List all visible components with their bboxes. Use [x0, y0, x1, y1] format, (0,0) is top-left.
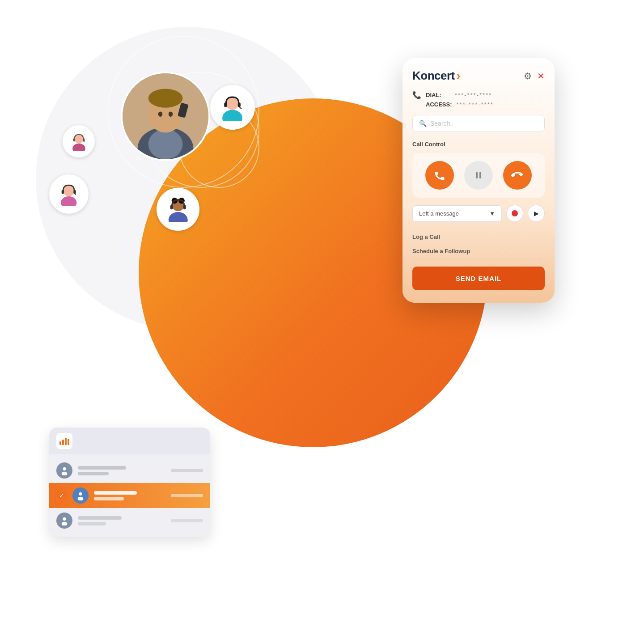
- dial-value: ***-***-****: [455, 92, 492, 98]
- list-item-selected[interactable]: ✓: [49, 483, 210, 508]
- play-button[interactable]: ▶: [528, 205, 545, 222]
- gear-icon[interactable]: ⚙: [524, 71, 532, 81]
- main-avatar-photo: [121, 72, 210, 161]
- phone-widget: Koncert › ⚙ ✕ 📞 DIAL: ***-***-**** ACCES…: [402, 58, 555, 303]
- access-value: ***-***-****: [457, 101, 494, 108]
- logo-area: Koncert ›: [412, 69, 460, 83]
- logo-chevron: ›: [457, 69, 461, 83]
- row-lines-3: [78, 516, 165, 525]
- list-widget: ✓: [49, 428, 210, 537]
- access-row: ACCESS: ***-***-****: [412, 101, 545, 108]
- svg-point-37: [62, 472, 68, 475]
- svg-rect-29: [183, 205, 186, 209]
- list-header: [49, 428, 210, 454]
- call-control-label: Call Control: [412, 141, 545, 148]
- svg-rect-33: [62, 440, 64, 445]
- svg-point-7: [158, 111, 163, 117]
- svg-point-2: [148, 129, 183, 159]
- row-avatar-1: [56, 462, 72, 479]
- play-icon: ▶: [534, 210, 539, 217]
- svg-point-4: [148, 89, 183, 108]
- row-avatar-3: [56, 513, 72, 529]
- svg-point-20: [223, 110, 243, 121]
- svg-point-40: [63, 517, 66, 521]
- logo-text: Koncert: [412, 69, 455, 83]
- record-button[interactable]: [506, 205, 523, 222]
- agent-avatar-2: [49, 174, 89, 214]
- call-button[interactable]: [425, 161, 454, 190]
- dial-info: 📞 DIAL: ***-***-**** ACCESS: ***-***-***…: [412, 91, 545, 108]
- chart-icon-box: [56, 433, 72, 449]
- pause-button[interactable]: [464, 161, 493, 190]
- svg-rect-34: [65, 438, 67, 445]
- list-item[interactable]: [49, 458, 210, 483]
- voicemail-label: Left a message: [419, 210, 459, 217]
- svg-rect-11: [73, 138, 75, 141]
- agent-avatar-4: [157, 188, 199, 231]
- svg-point-39: [78, 497, 84, 500]
- header-icons: ⚙ ✕: [524, 71, 545, 81]
- chart-icon: [59, 437, 69, 445]
- svg-point-10: [72, 143, 85, 151]
- hangup-button[interactable]: [497, 155, 538, 196]
- dropdown-arrow: ▼: [489, 210, 495, 217]
- close-icon[interactable]: ✕: [537, 71, 545, 81]
- svg-point-15: [61, 196, 77, 206]
- send-email-button[interactable]: SEND EMAIL: [412, 267, 545, 290]
- voicemail-row: Left a message ▼ ▶: [412, 205, 545, 222]
- svg-rect-30: [476, 172, 478, 178]
- call-controls: [412, 153, 545, 198]
- svg-point-8: [169, 111, 173, 117]
- row-avatar-2: [72, 487, 89, 504]
- agent-avatar-1: [63, 125, 95, 157]
- access-label: ACCESS:: [426, 101, 452, 108]
- log-call-label: Log a Call: [412, 233, 440, 240]
- list-item-3[interactable]: [49, 508, 210, 533]
- schedule-followup-row[interactable]: Schedule a Followup: [412, 244, 545, 258]
- dial-row: 📞 DIAL: ***-***-****: [412, 91, 545, 99]
- schedule-label: Schedule a Followup: [412, 248, 470, 254]
- phone-icon: 📞: [412, 91, 421, 99]
- row-lines-2: [94, 491, 165, 500]
- checkbox-selected[interactable]: ✓: [56, 490, 67, 501]
- list-rows: ✓: [49, 454, 210, 537]
- svg-rect-16: [62, 190, 64, 194]
- search-icon: 🔍: [419, 120, 427, 127]
- svg-rect-32: [59, 441, 61, 445]
- svg-point-38: [79, 492, 82, 496]
- log-call-row[interactable]: Log a Call: [412, 230, 545, 244]
- voicemail-select[interactable]: Left a message ▼: [412, 205, 502, 222]
- svg-point-27: [169, 212, 188, 222]
- scene: Koncert › ⚙ ✕ 📞 DIAL: ***-***-**** ACCES…: [0, 0, 644, 644]
- svg-point-36: [63, 467, 66, 470]
- search-placeholder: Search..: [430, 120, 453, 127]
- svg-rect-31: [479, 172, 481, 178]
- svg-point-41: [62, 522, 68, 525]
- svg-rect-35: [68, 439, 69, 445]
- search-box[interactable]: 🔍 Search..: [412, 115, 545, 132]
- phone-header: Koncert › ⚙ ✕: [412, 69, 545, 83]
- row-lines-1: [78, 466, 165, 475]
- record-dot: [512, 210, 518, 216]
- agent-avatar-3: [210, 85, 255, 130]
- svg-rect-28: [170, 205, 173, 209]
- dial-label: DIAL:: [426, 92, 450, 98]
- svg-rect-21: [225, 103, 227, 107]
